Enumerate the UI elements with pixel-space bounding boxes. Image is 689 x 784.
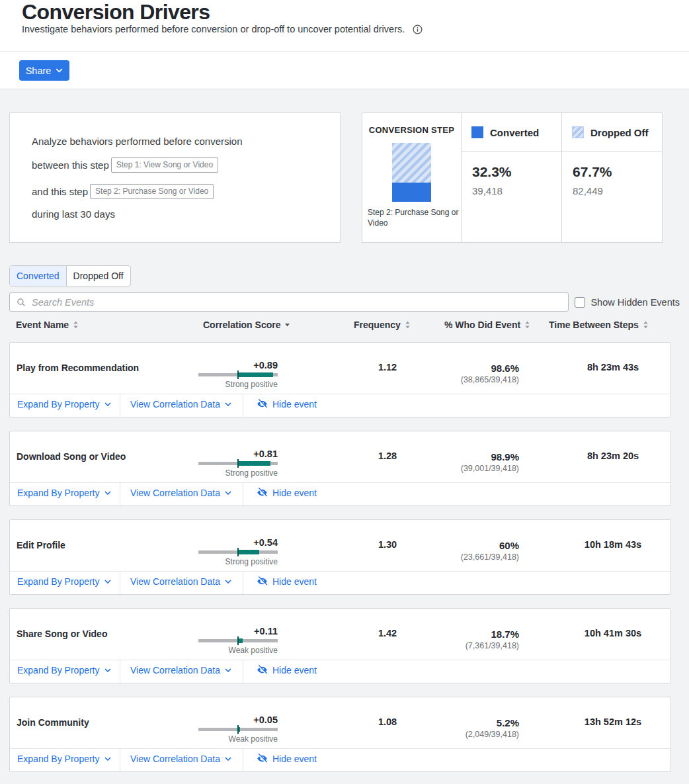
event-name: Join Community [17, 718, 89, 728]
sort-desc-icon [284, 323, 290, 327]
chevron-down-icon [104, 402, 111, 406]
dropped-off-legend-label: Dropped Off [590, 127, 649, 138]
chevron-down-icon [104, 580, 111, 584]
expand-by-property-button[interactable]: Expand By Property [10, 394, 120, 417]
eye-off-icon [257, 576, 268, 587]
pct-who-did-value: 98.6% [387, 363, 519, 374]
view-correlation-data-button[interactable]: View Correlation Data [120, 660, 243, 683]
column-header-time-between-steps[interactable]: Time Between Steps [549, 320, 649, 330]
correlation-score-bar [198, 727, 278, 732]
correlation-score-value: +0.11 [198, 626, 278, 636]
correlation-bar-center-tick [237, 725, 239, 734]
analyze-title: Analyze behaviors performed before conve… [32, 136, 340, 147]
eye-off-icon [257, 664, 268, 675]
chevron-down-icon [225, 668, 231, 672]
analyze-panel: Analyze behaviors performed before conve… [9, 112, 341, 243]
event-row-card: Download Song or Video +0.81 Strong posi… [9, 431, 671, 506]
page-header: Conversion Drivers Investigate behaviors… [0, 0, 689, 52]
hide-event-button[interactable]: Hide event [243, 749, 317, 771]
step1-chip[interactable]: Step 1: View Song or Video [111, 157, 218, 173]
dropped-off-count: 82,449 [573, 185, 662, 196]
pct-who-did-cell: 18.7% (7,361/39,418) [387, 629, 519, 650]
correlation-bar-center-tick [237, 548, 239, 556]
correlation-score-bar [198, 550, 278, 554]
event-row-card: Share Song or Video +0.11 Weak positive … [9, 608, 671, 683]
chevron-down-icon [225, 580, 231, 584]
view-correlation-data-button[interactable]: View Correlation Data [120, 483, 243, 505]
pct-who-did-cell: 98.9% (39,001/39,418) [387, 451, 519, 473]
expand-by-property-button[interactable]: Expand By Property [10, 572, 120, 594]
dropped-off-bar-segment [392, 143, 431, 183]
view-correlation-data-button[interactable]: View Correlation Data [120, 572, 243, 594]
conversion-step-bar [392, 143, 431, 202]
dropped-off-swatch-icon [572, 126, 584, 138]
chevron-down-icon [225, 491, 231, 495]
correlation-score-cell: +0.54 Strong positive [198, 537, 278, 566]
step2-chip[interactable]: Step 2: Purchase Song or Video [90, 184, 214, 199]
pct-who-did-value: 5.2% [387, 717, 519, 728]
show-hidden-events-label: Show Hidden Events [590, 297, 680, 308]
correlation-score-bar [198, 638, 278, 643]
hide-event-button[interactable]: Hide event [243, 572, 317, 594]
pct-who-did-value: 60% [387, 540, 519, 551]
correlation-strength-label: Strong positive [198, 468, 278, 478]
conversion-step-bar-label: Step 2: Purchase Song or Video [362, 207, 461, 228]
chevron-down-icon [56, 68, 63, 73]
column-header-event-name[interactable]: Event Name [16, 320, 79, 330]
correlation-score-value: +0.89 [198, 360, 278, 370]
correlation-bar-center-tick [237, 370, 239, 379]
search-events-input[interactable] [32, 297, 561, 308]
correlation-score-cell: +0.81 Strong positive [198, 449, 278, 478]
search-icon [17, 298, 26, 307]
conversion-step-panel: CONVERSION STEP Step 2: Purchase Song or… [362, 112, 663, 243]
info-icon[interactable] [413, 24, 423, 34]
correlation-strength-label: Strong positive [198, 557, 278, 566]
event-name: Play from Recommendation [17, 363, 139, 373]
hide-event-button[interactable]: Hide event [243, 660, 317, 683]
chevron-down-icon [104, 491, 111, 495]
pct-who-did-fraction: (38,865/39,418) [387, 375, 519, 384]
correlation-bar-center-tick [237, 636, 239, 645]
show-hidden-events-toggle[interactable]: Show Hidden Events [575, 297, 680, 308]
column-header-correlation-score[interactable]: Correlation Score [203, 320, 290, 330]
expand-by-property-button[interactable]: Expand By Property [10, 660, 120, 683]
event-row-card: Join Community +0.05 Weak positive 1.08 … [9, 697, 671, 772]
column-header-pct-who-did-event[interactable]: % Who Did Event [444, 320, 530, 330]
pct-who-did-cell: 5.2% (2,049/39,418) [387, 717, 519, 739]
hide-event-button[interactable]: Hide event [243, 394, 317, 417]
dropped-off-pct: 67.7% [573, 164, 662, 180]
show-hidden-events-checkbox[interactable] [575, 297, 585, 308]
correlation-bar-center-tick [237, 459, 239, 468]
tab-dropped-off[interactable]: Dropped Off [66, 266, 130, 286]
correlation-bar-fill [238, 461, 270, 466]
sort-icon [405, 321, 411, 329]
correlation-bar-fill [238, 372, 273, 377]
time-between-steps-value: 10h 41m 30s [560, 628, 666, 638]
pct-who-did-fraction: (7,361/39,418) [387, 641, 519, 650]
hide-event-button[interactable]: Hide event [243, 483, 317, 505]
page-title: Conversion Drivers [22, 1, 689, 24]
correlation-score-cell: +0.89 Strong positive [198, 360, 278, 389]
tab-converted[interactable]: Converted [10, 266, 66, 286]
expand-by-property-button[interactable]: Expand By Property [10, 483, 120, 505]
correlation-strength-label: Strong positive [198, 380, 278, 389]
correlation-strength-label: Weak positive [198, 646, 278, 655]
toolbar: Share [0, 52, 689, 89]
between-step-label: between this step [32, 159, 109, 171]
correlation-score-cell: +0.11 Weak positive [198, 626, 278, 655]
during-label: during last 30 days [32, 208, 115, 220]
sort-icon [524, 321, 530, 329]
converted-pct: 32.3% [472, 164, 561, 180]
time-between-steps-value: 8h 23m 20s [560, 451, 666, 461]
correlation-bar-fill [238, 550, 259, 554]
view-correlation-data-button[interactable]: View Correlation Data [120, 394, 243, 417]
column-header-frequency[interactable]: Frequency [354, 320, 411, 330]
share-button[interactable]: Share [19, 60, 69, 81]
page-subtitle: Investigate behaviors performed before c… [22, 24, 405, 34]
correlation-score-value: +0.81 [198, 449, 278, 459]
eye-off-icon [257, 487, 268, 498]
view-correlation-data-button[interactable]: View Correlation Data [120, 749, 243, 771]
pct-who-did-fraction: (39,001/39,418) [387, 464, 519, 473]
expand-by-property-button[interactable]: Expand By Property [10, 749, 120, 771]
chevron-down-icon [225, 757, 231, 761]
